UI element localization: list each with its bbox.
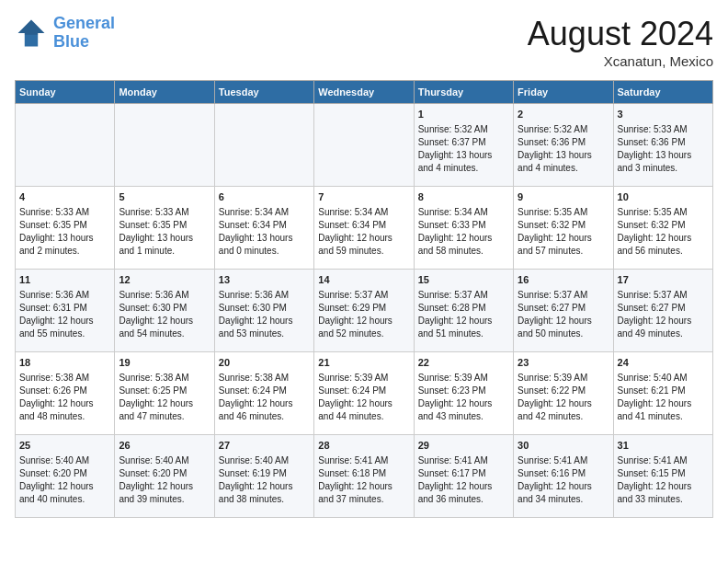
day-number: 26 — [119, 439, 210, 453]
location: Xcanatun, Mexico — [528, 53, 713, 69]
cell-content: Sunrise: 5:37 AM Sunset: 6:28 PM Dayligh… — [418, 289, 509, 340]
calendar-cell: 18Sunrise: 5:38 AM Sunset: 6:26 PM Dayli… — [16, 352, 115, 435]
calendar-cell — [115, 104, 214, 187]
day-number: 7 — [318, 190, 409, 204]
cell-content: Sunrise: 5:36 AM Sunset: 6:31 PM Dayligh… — [19, 289, 110, 340]
calendar-week-5: 25Sunrise: 5:40 AM Sunset: 6:20 PM Dayli… — [16, 435, 713, 518]
calendar-week-3: 11Sunrise: 5:36 AM Sunset: 6:31 PM Dayli… — [16, 270, 713, 352]
cell-content: Sunrise: 5:32 AM Sunset: 6:36 PM Dayligh… — [518, 123, 609, 175]
header-sunday: Sunday — [16, 81, 115, 104]
logo-icon — [15, 17, 48, 50]
calendar-week-2: 4Sunrise: 5:33 AM Sunset: 6:35 PM Daylig… — [16, 187, 713, 270]
cell-content: Sunrise: 5:33 AM Sunset: 6:35 PM Dayligh… — [119, 206, 210, 258]
calendar-table: Sunday Monday Tuesday Wednesday Thursday… — [15, 80, 713, 518]
day-number: 12 — [119, 273, 210, 287]
header-monday: Monday — [115, 81, 214, 104]
calendar-cell: 30Sunrise: 5:41 AM Sunset: 6:16 PM Dayli… — [514, 435, 613, 518]
calendar-cell: 12Sunrise: 5:36 AM Sunset: 6:30 PM Dayli… — [115, 270, 214, 352]
calendar-week-4: 18Sunrise: 5:38 AM Sunset: 6:26 PM Dayli… — [16, 352, 713, 435]
calendar-cell — [214, 104, 313, 187]
calendar-cell: 1Sunrise: 5:32 AM Sunset: 6:37 PM Daylig… — [414, 104, 513, 187]
svg-marker-1 — [18, 19, 45, 34]
day-number: 19 — [119, 356, 210, 370]
calendar-cell: 2Sunrise: 5:32 AM Sunset: 6:36 PM Daylig… — [514, 104, 613, 187]
day-number: 1 — [418, 108, 509, 121]
calendar-cell: 11Sunrise: 5:36 AM Sunset: 6:31 PM Dayli… — [16, 270, 115, 352]
day-number: 11 — [19, 273, 110, 287]
calendar-cell: 6Sunrise: 5:34 AM Sunset: 6:34 PM Daylig… — [214, 187, 313, 270]
month-year: August 2024 — [528, 15, 713, 53]
calendar-body: 1Sunrise: 5:32 AM Sunset: 6:37 PM Daylig… — [16, 104, 713, 518]
day-number: 13 — [219, 273, 310, 287]
day-number: 23 — [518, 356, 609, 370]
calendar-cell: 4Sunrise: 5:33 AM Sunset: 6:35 PM Daylig… — [16, 187, 115, 270]
header-friday: Friday — [514, 81, 613, 104]
calendar-cell: 17Sunrise: 5:37 AM Sunset: 6:27 PM Dayli… — [613, 270, 712, 352]
header-thursday: Thursday — [414, 81, 513, 104]
calendar-header: Sunday Monday Tuesday Wednesday Thursday… — [16, 81, 713, 104]
calendar-cell: 27Sunrise: 5:40 AM Sunset: 6:19 PM Dayli… — [214, 435, 313, 518]
cell-content: Sunrise: 5:38 AM Sunset: 6:25 PM Dayligh… — [119, 372, 210, 423]
day-number: 6 — [219, 190, 310, 204]
cell-content: Sunrise: 5:40 AM Sunset: 6:20 PM Dayligh… — [119, 454, 210, 506]
header-wednesday: Wednesday — [314, 81, 414, 104]
day-number: 18 — [19, 356, 110, 370]
calendar-cell: 13Sunrise: 5:36 AM Sunset: 6:30 PM Dayli… — [214, 270, 313, 352]
calendar-cell: 19Sunrise: 5:38 AM Sunset: 6:25 PM Dayli… — [115, 352, 214, 435]
calendar-cell: 23Sunrise: 5:39 AM Sunset: 6:22 PM Dayli… — [514, 352, 613, 435]
day-number: 10 — [618, 190, 709, 204]
calendar-cell: 8Sunrise: 5:34 AM Sunset: 6:33 PM Daylig… — [414, 187, 513, 270]
calendar-cell: 7Sunrise: 5:34 AM Sunset: 6:34 PM Daylig… — [314, 187, 414, 270]
cell-content: Sunrise: 5:34 AM Sunset: 6:33 PM Dayligh… — [418, 206, 509, 258]
calendar-cell — [314, 104, 414, 187]
header-row: Sunday Monday Tuesday Wednesday Thursday… — [16, 81, 713, 104]
cell-content: Sunrise: 5:39 AM Sunset: 6:24 PM Dayligh… — [318, 372, 409, 423]
day-number: 21 — [318, 356, 409, 370]
cell-content: Sunrise: 5:40 AM Sunset: 6:20 PM Dayligh… — [19, 454, 110, 506]
cell-content: Sunrise: 5:35 AM Sunset: 6:32 PM Dayligh… — [618, 206, 709, 258]
cell-content: Sunrise: 5:39 AM Sunset: 6:23 PM Dayligh… — [418, 372, 509, 423]
cell-content: Sunrise: 5:35 AM Sunset: 6:32 PM Dayligh… — [518, 206, 609, 258]
calendar-cell: 16Sunrise: 5:37 AM Sunset: 6:27 PM Dayli… — [514, 270, 613, 352]
day-number: 30 — [518, 439, 609, 453]
cell-content: Sunrise: 5:41 AM Sunset: 6:16 PM Dayligh… — [518, 454, 609, 506]
calendar-cell: 3Sunrise: 5:33 AM Sunset: 6:36 PM Daylig… — [613, 104, 712, 187]
calendar-cell: 10Sunrise: 5:35 AM Sunset: 6:32 PM Dayli… — [613, 187, 712, 270]
day-number: 31 — [618, 439, 709, 453]
calendar-cell: 22Sunrise: 5:39 AM Sunset: 6:23 PM Dayli… — [414, 352, 513, 435]
day-number: 3 — [618, 108, 709, 121]
cell-content: Sunrise: 5:38 AM Sunset: 6:26 PM Dayligh… — [19, 372, 110, 423]
cell-content: Sunrise: 5:33 AM Sunset: 6:36 PM Dayligh… — [618, 123, 709, 175]
day-number: 16 — [518, 273, 609, 287]
calendar-cell — [16, 104, 115, 187]
day-number: 8 — [418, 190, 509, 204]
day-number: 28 — [318, 439, 409, 453]
day-number: 27 — [219, 439, 310, 453]
cell-content: Sunrise: 5:37 AM Sunset: 6:27 PM Dayligh… — [618, 289, 709, 340]
cell-content: Sunrise: 5:37 AM Sunset: 6:29 PM Dayligh… — [318, 289, 409, 340]
logo: General Blue — [15, 15, 115, 52]
cell-content: Sunrise: 5:41 AM Sunset: 6:15 PM Dayligh… — [618, 454, 709, 506]
cell-content: Sunrise: 5:34 AM Sunset: 6:34 PM Dayligh… — [318, 206, 409, 258]
day-number: 15 — [418, 273, 509, 287]
day-number: 9 — [518, 190, 609, 204]
cell-content: Sunrise: 5:33 AM Sunset: 6:35 PM Dayligh… — [19, 206, 110, 258]
day-number: 25 — [19, 439, 110, 453]
cell-content: Sunrise: 5:39 AM Sunset: 6:22 PM Dayligh… — [518, 372, 609, 423]
cell-content: Sunrise: 5:41 AM Sunset: 6:17 PM Dayligh… — [418, 454, 509, 506]
cell-content: Sunrise: 5:40 AM Sunset: 6:19 PM Dayligh… — [219, 454, 310, 506]
calendar-cell: 29Sunrise: 5:41 AM Sunset: 6:17 PM Dayli… — [414, 435, 513, 518]
day-number: 5 — [119, 190, 210, 204]
calendar-cell: 28Sunrise: 5:41 AM Sunset: 6:18 PM Dayli… — [314, 435, 414, 518]
cell-content: Sunrise: 5:41 AM Sunset: 6:18 PM Dayligh… — [318, 454, 409, 506]
cell-content: Sunrise: 5:38 AM Sunset: 6:24 PM Dayligh… — [219, 372, 310, 423]
calendar-cell: 20Sunrise: 5:38 AM Sunset: 6:24 PM Dayli… — [214, 352, 313, 435]
header-saturday: Saturday — [613, 81, 712, 104]
day-number: 29 — [418, 439, 509, 453]
calendar-cell: 26Sunrise: 5:40 AM Sunset: 6:20 PM Dayli… — [115, 435, 214, 518]
day-number: 14 — [318, 273, 409, 287]
day-number: 4 — [19, 190, 110, 204]
calendar-cell: 25Sunrise: 5:40 AM Sunset: 6:20 PM Dayli… — [16, 435, 115, 518]
calendar-cell: 9Sunrise: 5:35 AM Sunset: 6:32 PM Daylig… — [514, 187, 613, 270]
day-number: 22 — [418, 356, 509, 370]
